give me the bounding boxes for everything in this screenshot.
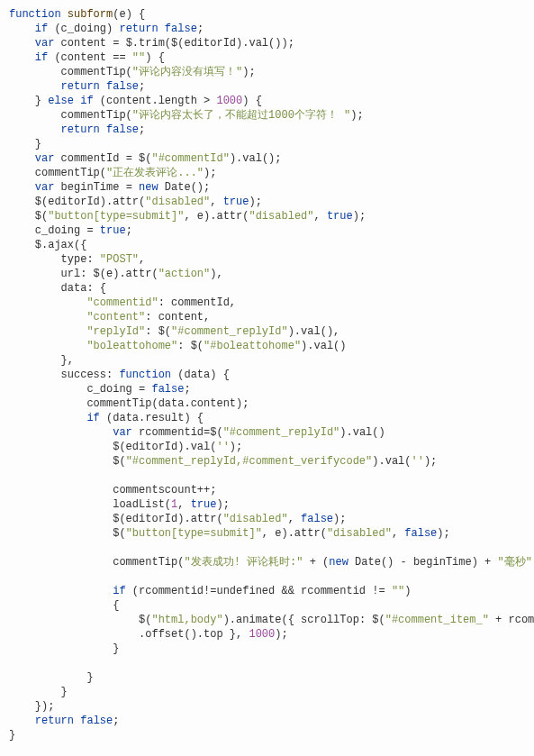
code-token: , [177, 498, 190, 511]
code-token: ).val() [301, 340, 346, 352]
code-token: "button[type=submit]" [48, 210, 184, 223]
code-token: "#comment_item_" [385, 614, 489, 626]
code-token [9, 412, 86, 424]
code-token: ); [242, 66, 255, 78]
code-token: ); [424, 455, 437, 468]
code-token: : $( [145, 325, 171, 338]
code-token: "POST" [100, 253, 139, 266]
code-token: (c_doing) [48, 23, 119, 35]
code-token: "" [132, 51, 145, 64]
code-token: 1000 [216, 95, 242, 107]
code-token: "发表成功! 评论耗时:" [184, 556, 303, 569]
code-token: ) { [145, 51, 165, 64]
code-token: ); [230, 441, 242, 453]
code-token: content = $.trim($(editorId).val()); [54, 37, 294, 50]
code-token: if [35, 51, 48, 64]
code-token: commentTip(data.content); [9, 397, 249, 410]
code-token: ).val(); [230, 152, 282, 165]
code-token: $(editorId).attr( [9, 513, 223, 525]
code-token: data: { [9, 282, 106, 295]
code-token: '' [412, 455, 424, 468]
code-token: (data.result) { [100, 412, 204, 424]
code-token: ), [210, 268, 222, 280]
code-token: "#boleattohome" [204, 340, 301, 352]
code-token: "评论内容没有填写！" [132, 66, 242, 78]
code-token: ; [139, 80, 145, 93]
code-token: ); [437, 527, 449, 540]
code-token: , [139, 253, 145, 266]
code-token: false [106, 80, 139, 93]
code-token: ; [139, 123, 145, 136]
code-token: "replyId" [86, 325, 145, 338]
code-token: (content.length > [94, 95, 217, 107]
code-token: false [301, 513, 333, 525]
code-token: ).val() [339, 426, 385, 439]
code-token: function [119, 369, 171, 381]
code-token: $( [9, 527, 126, 540]
code-token: "毫秒" [498, 556, 532, 569]
code-token: if [113, 585, 125, 597]
code-token: $(editorId).attr( [9, 196, 145, 208]
code-token: false [151, 383, 184, 396]
code-token [100, 123, 106, 136]
code-token: return [61, 80, 100, 93]
code-token: "#comment_replyId,#comment_verifycode" [126, 455, 373, 468]
code-token: else [48, 95, 74, 107]
code-token: subform [68, 8, 113, 21]
code-token: $( [9, 210, 48, 223]
code-token: "评论内容太长了，不能超过1000个字符！ " [132, 109, 350, 122]
code-token [61, 8, 68, 21]
code-token: "#commentId" [151, 152, 229, 165]
code-token: } [9, 729, 15, 742]
code-token: false [106, 123, 139, 136]
code-token: , [313, 210, 326, 223]
code-token [9, 51, 35, 64]
code-token [9, 181, 35, 194]
code-token: $( [9, 455, 126, 468]
code-token: ); [350, 109, 363, 122]
code-token: if [35, 23, 48, 35]
code-token: (content == [48, 51, 132, 64]
code-token: } [9, 671, 94, 684]
code-token: }, [9, 354, 74, 367]
code-token: rcommentid=$( [132, 426, 223, 439]
code-token: ) [404, 585, 411, 597]
code-token: "" [392, 585, 404, 597]
code-token: "content" [86, 311, 145, 323]
code-token: "button[type=submit]" [126, 527, 262, 540]
code-token: return [35, 715, 74, 727]
code-token: ); [275, 628, 287, 641]
code-token [9, 23, 35, 35]
code-token: } [9, 642, 119, 655]
code-token: : $( [177, 340, 204, 352]
code-token: ).val( [372, 455, 411, 468]
code-token: true [191, 498, 217, 511]
code-token: }); [9, 700, 54, 713]
code-token: ; [113, 715, 119, 727]
code-token: $(editorId).val( [9, 441, 216, 453]
code-token: : commentId, [158, 296, 236, 309]
code-token: commentscount++; [9, 484, 216, 496]
code-token: ; [126, 224, 132, 237]
code-token [100, 80, 106, 93]
code-token: var [35, 37, 55, 50]
code-token: "boleattohome" [86, 340, 177, 352]
code-token: ); [249, 196, 261, 208]
code-token: if [86, 412, 99, 424]
code-token: .offset().top }, [9, 628, 249, 641]
code-token: success: [9, 369, 119, 381]
code-token: ); [353, 210, 366, 223]
code-token: , [392, 527, 404, 540]
code-token: ); [333, 513, 346, 525]
code-token: return [61, 123, 100, 136]
code-token: , [210, 196, 222, 208]
code-token: url: $(e).attr( [9, 268, 158, 280]
code-token: "action" [158, 268, 211, 280]
code-token [9, 325, 86, 338]
code-token: c_doing = [9, 224, 100, 237]
code-token: ); [216, 498, 229, 511]
code-token: commentTip( [9, 66, 132, 78]
code-token: type: [9, 253, 100, 266]
code-token: } [9, 686, 68, 698]
code-token: ; [197, 23, 204, 35]
